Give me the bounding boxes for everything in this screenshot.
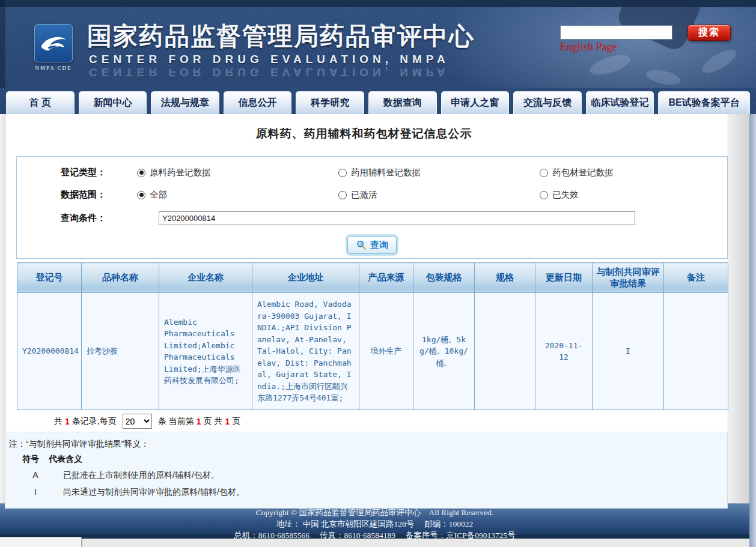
table-header-row: 登记号 品种名称 企业名称 企业地址 产品来源 包装规格 规格 更新日期 与制剂… <box>17 263 728 293</box>
site-title-english: CENTER FOR DRUG EVALUATION, NMPA <box>89 53 450 66</box>
nav-tab-applicant[interactable]: 申请人之窗 <box>441 91 510 114</box>
nav-tab-clinical-trial[interactable]: 临床试验登记 <box>586 91 654 114</box>
content-area: 原料药、药用辅料和药包材登记信息公示 登记类型： 原料药登记数据 药用辅料登记数… <box>0 114 749 503</box>
header-search-input[interactable] <box>560 25 672 40</box>
page-size-select[interactable]: 20 <box>123 414 152 429</box>
cell-product-name: 拉考沙胺 <box>82 293 159 410</box>
col-header-spec: 规格 <box>475 263 535 293</box>
radio-icon <box>338 191 347 199</box>
radio-option-all[interactable]: 全部 <box>137 189 338 201</box>
radio-icon <box>540 169 548 177</box>
window-bottom-strip <box>0 539 749 547</box>
data-scope-row: 数据范围： 全部 已激活 已失效 <box>17 189 727 201</box>
english-page-link[interactable]: English Page <box>560 41 617 53</box>
col-header-remark: 备注 <box>664 263 728 293</box>
logo-bird-icon <box>34 24 73 62</box>
col-header-review-result: 与制剂共同审评审批结果 <box>593 263 664 293</box>
notes-title: 注：“与制剂共同审评审批结果”释义： <box>9 437 721 451</box>
cell-spec <box>475 293 535 410</box>
col-header-product-name: 品种名称 <box>82 263 159 293</box>
radio-icon <box>540 191 548 199</box>
cell-update-date: 2020-11-12 <box>535 293 593 410</box>
notes-symbol-header: 符号 <box>22 451 49 467</box>
site-title-english-reflection: CENTER FOR DRUG EVALUATION, NMPA <box>89 65 450 79</box>
nav-tab-be-platform[interactable]: BE试验备案平台 <box>658 91 750 114</box>
cell-product-source: 境外生产 <box>359 293 413 410</box>
radio-option-raw-material[interactable]: 原料药登记数据 <box>137 167 338 178</box>
record-count: 1 <box>65 417 70 426</box>
radio-option-expired[interactable]: 已失效 <box>540 189 741 201</box>
nav-tab-news[interactable]: 新闻中心 <box>79 91 147 114</box>
header-search-button[interactable]: 搜索 <box>687 25 731 41</box>
cell-company-address: Alembic Road, Vadodara-390003 Gujarat, I… <box>252 293 359 410</box>
page-body: 原料药、药用辅料和药包材登记信息公示 登记类型： 原料药登记数据 药用辅料登记数… <box>0 114 756 547</box>
right-edge-strip <box>749 114 756 547</box>
total-pages-number: 1 <box>225 417 230 426</box>
nav-tab-information[interactable]: 信息公开 <box>224 91 292 114</box>
query-condition-input[interactable] <box>159 211 635 225</box>
nav-tab-regulations[interactable]: 法规与规章 <box>151 91 219 114</box>
query-submit-button[interactable]: 查询 <box>347 236 397 254</box>
magnifier-icon <box>356 240 367 250</box>
nmpa-cde-logo[interactable]: NMPA CDE <box>34 24 73 71</box>
col-header-reg-no: 登记号 <box>17 263 82 293</box>
query-condition-row: 查询条件： <box>17 211 727 225</box>
notes-meaning-header: 代表含义 <box>49 451 82 467</box>
col-header-package-spec: 包装规格 <box>413 263 475 293</box>
radio-option-packaging[interactable]: 药包材登记数据 <box>540 167 741 178</box>
page-title: 原料药、药用辅料和药包材登记信息公示 <box>0 114 728 142</box>
col-header-company-address: 企业地址 <box>252 263 359 293</box>
cell-reg-no: Y20200000814 <box>17 293 82 410</box>
table-row: Y20200000814 拉考沙胺 Alembic Pharmaceutical… <box>17 293 728 410</box>
data-scope-label: 数据范围： <box>61 189 106 201</box>
pagination-bar: 共 1条记录,每页 20 条 当前第 1页 共 1 页 <box>54 413 749 429</box>
registration-type-label: 登记类型： <box>61 167 106 178</box>
col-header-update-date: 更新日期 <box>535 263 593 293</box>
browser-status-tooltip <box>0 537 82 547</box>
col-header-product-source: 产品来源 <box>359 263 413 293</box>
query-condition-label: 查询条件： <box>61 213 124 224</box>
cell-package-spec: 1kg/桶。5kg/桶。10kg/桶。 <box>413 293 475 410</box>
pill-decoration <box>699 46 739 77</box>
site-title-chinese: 国家药品监督管理局药品审评中心 <box>87 20 475 53</box>
nav-tab-science[interactable]: 科学研究 <box>296 91 364 114</box>
current-page-number: 1 <box>197 417 201 426</box>
nav-tab-feedback[interactable]: 交流与反馈 <box>513 91 582 114</box>
col-header-company-name: 企业名称 <box>159 263 252 293</box>
cell-remark <box>664 293 728 410</box>
cell-company-name: Alembic Pharmaceuticals Limited;Alembic … <box>159 293 252 410</box>
site-header: NMPA CDE 国家药品监督管理局药品审评中心 CENTER FOR DRUG… <box>0 0 756 88</box>
radio-option-activated[interactable]: 已激活 <box>338 189 540 201</box>
results-table: 登记号 品种名称 企业名称 企业地址 产品来源 包装规格 规格 更新日期 与制剂… <box>17 262 728 410</box>
radio-icon <box>338 169 347 177</box>
note-item-i: I 尚未通过与制剂共同审评审批的原料/辅料/包材。 <box>22 483 721 500</box>
pill-decoration <box>645 67 681 88</box>
nav-tab-home[interactable]: 首 页 <box>6 91 75 114</box>
radio-option-excipient[interactable]: 药用辅料登记数据 <box>338 167 540 178</box>
logo-caption: NMPA CDE <box>34 65 73 71</box>
main-nav: 首 页 新闻中心 法规与规章 信息公开 科学研究 数据查询 申请人之窗 交流与反… <box>0 88 756 114</box>
query-form-box: 登记类型： 原料药登记数据 药用辅料登记数据 药包材登记数据 <box>16 156 728 259</box>
cell-review-result: I <box>593 293 664 410</box>
registration-type-row: 登记类型： 原料药登记数据 药用辅料登记数据 药包材登记数据 <box>17 167 727 178</box>
notes-panel: 注：“与制剂共同审评审批结果”释义： 符号 代表含义 A 已批准在上市制剂使用的… <box>5 432 728 509</box>
nav-tab-data-query[interactable]: 数据查询 <box>368 91 437 114</box>
note-item-a: A 已批准在上市制剂使用的原料/辅料/包材。 <box>22 467 721 483</box>
pill-decoration <box>588 51 633 79</box>
radio-icon-selected <box>137 191 145 199</box>
radio-icon-selected <box>137 169 145 177</box>
footer-address: 地址： 中国 北京市朝阳区建国路128号 邮编：100022 <box>0 518 749 530</box>
